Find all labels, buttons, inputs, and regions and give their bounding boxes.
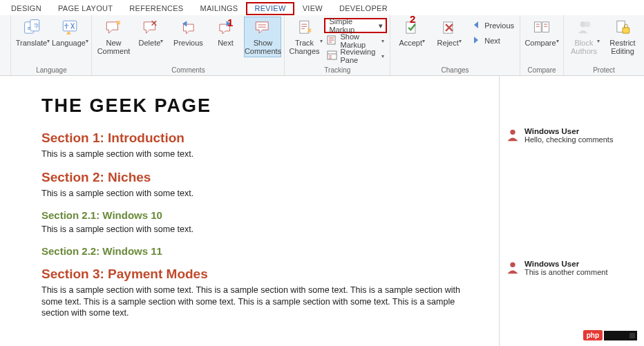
comment-item[interactable]: Windows User Hello, checking comments bbox=[500, 124, 644, 146]
tab-design[interactable]: DESIGN bbox=[3, 2, 50, 15]
language-label: Language bbox=[52, 39, 86, 47]
ribbon: 1 2 a字 Translate▾ Language▾ Language bbox=[0, 15, 644, 76]
accept-label: Accept bbox=[399, 39, 422, 47]
compare-icon bbox=[531, 18, 553, 37]
track-changes-icon bbox=[294, 18, 316, 37]
translate-button[interactable]: a字 Translate▾ bbox=[14, 17, 51, 57]
show-markup-icon bbox=[327, 35, 338, 47]
avatar-icon bbox=[505, 260, 520, 275]
reviewing-pane-button[interactable]: Reviewing Pane ▾ bbox=[324, 48, 388, 64]
reject-button[interactable]: Reject▾ bbox=[430, 17, 468, 57]
text-section-2-1: This is a sample section with some text. bbox=[41, 224, 464, 236]
tab-review[interactable]: REVIEW bbox=[246, 2, 294, 15]
markup-display-value: Simple Markup bbox=[330, 17, 361, 34]
svg-rect-7 bbox=[328, 51, 337, 59]
language-icon bbox=[59, 18, 81, 37]
group-tracking: Track Changes▾ Simple Markup ▾ Show Mark… bbox=[285, 15, 390, 75]
group-language-label: Language bbox=[14, 66, 88, 75]
block-authors-label: Block Authors bbox=[571, 39, 597, 55]
next-change-button[interactable]: Next bbox=[468, 33, 517, 48]
svg-rect-4 bbox=[64, 21, 77, 31]
new-comment-icon bbox=[102, 18, 124, 37]
tab-mailings[interactable]: MAILINGS bbox=[191, 2, 246, 15]
restrict-editing-icon bbox=[612, 18, 634, 37]
next-comment-button[interactable]: Next bbox=[207, 17, 244, 57]
new-comment-label: New Comment bbox=[97, 39, 131, 57]
group-comments: New Comment Delete▾ Previous Next bbox=[92, 15, 285, 75]
tab-view[interactable]: VIEW bbox=[294, 2, 331, 15]
comments-pane: Windows User Hello, checking comments Wi… bbox=[499, 76, 644, 346]
comment-item[interactable]: Windows User This is another comment bbox=[500, 257, 644, 279]
svg-text:字: 字 bbox=[34, 23, 39, 29]
ribbon-tabs: DESIGN PAGE LAYOUT REFERENCES MAILINGS R… bbox=[0, 0, 644, 15]
reviewing-pane-label: Reviewing Pane bbox=[341, 48, 378, 64]
reject-icon bbox=[438, 18, 460, 37]
svg-point-13 bbox=[585, 21, 590, 27]
svg-point-19 bbox=[510, 262, 515, 267]
group-changes-label: Changes bbox=[393, 66, 517, 75]
group-compare-label: Compare bbox=[523, 66, 560, 75]
translate-label: Translate bbox=[16, 39, 47, 47]
group-compare: Compare▾ Compare bbox=[520, 15, 564, 75]
group-comments-label: Comments bbox=[95, 66, 281, 75]
heading-section-3: Section 3: Payment Modes bbox=[41, 267, 464, 282]
restrict-editing-button[interactable]: Restrict Editing bbox=[604, 17, 641, 57]
group-protect-label: Protect bbox=[567, 66, 641, 75]
reject-label: Reject bbox=[437, 39, 459, 47]
workspace: THE GEEK PAGE Section 1: Introduction Th… bbox=[0, 76, 644, 346]
svg-point-17 bbox=[510, 130, 515, 135]
previous-change-label: Previous bbox=[484, 21, 514, 30]
svg-rect-15 bbox=[623, 28, 629, 33]
next-change-icon bbox=[471, 35, 482, 47]
text-section-2: This is a sample section with some text. bbox=[41, 188, 464, 200]
comment-text: This is another comment bbox=[524, 268, 607, 276]
tab-page-layout[interactable]: PAGE LAYOUT bbox=[50, 2, 121, 15]
previous-change-button[interactable]: Previous bbox=[468, 18, 517, 33]
previous-comment-icon bbox=[177, 18, 199, 37]
comment-user: Windows User bbox=[524, 127, 613, 135]
delete-comment-label: Delete bbox=[139, 39, 161, 47]
callout-1: 1 bbox=[227, 17, 233, 28]
translate-icon: a字 bbox=[21, 18, 44, 37]
heading-section-2-1: Section 2.1: Windows 10 bbox=[41, 209, 464, 221]
group-tracking-label: Tracking bbox=[287, 66, 387, 75]
track-changes-label: Track Changes bbox=[289, 39, 319, 55]
previous-comment-label: Previous bbox=[173, 39, 203, 57]
watermark-bar bbox=[604, 331, 637, 340]
restrict-editing-label: Restrict Editing bbox=[609, 39, 635, 57]
tab-developer[interactable]: DEVELOPER bbox=[331, 2, 396, 15]
group-protect: Block Authors▾ Restrict Editing Protect bbox=[564, 15, 644, 75]
comment-user: Windows User bbox=[524, 260, 607, 268]
show-markup-button[interactable]: Show Markup ▾ bbox=[324, 33, 388, 48]
page-title: THE GEEK PAGE bbox=[41, 95, 464, 117]
svg-rect-11 bbox=[542, 22, 549, 32]
heading-section-2: Section 2: Niches bbox=[41, 170, 464, 185]
heading-section-1: Section 1: Introduction bbox=[41, 131, 464, 146]
watermark-badge: php bbox=[583, 330, 603, 340]
next-comment-icon bbox=[214, 18, 236, 37]
document-area[interactable]: THE GEEK PAGE Section 1: Introduction Th… bbox=[0, 76, 499, 346]
avatar-icon bbox=[505, 127, 520, 142]
language-button[interactable]: Language▾ bbox=[51, 17, 88, 57]
delete-comment-button[interactable]: Delete▾ bbox=[132, 17, 169, 57]
show-comments-label: Show Comments bbox=[245, 39, 281, 57]
show-comments-icon bbox=[252, 18, 274, 37]
previous-comment-button[interactable]: Previous bbox=[169, 17, 207, 57]
block-authors-icon bbox=[574, 18, 596, 37]
comment-text: Hello, checking comments bbox=[524, 135, 613, 144]
block-authors-button: Block Authors▾ bbox=[567, 17, 604, 57]
compare-label: Compare bbox=[524, 39, 556, 47]
watermark: php bbox=[583, 330, 637, 340]
markup-display-select[interactable]: Simple Markup ▾ bbox=[324, 18, 388, 33]
delete-comment-icon bbox=[140, 18, 162, 37]
show-markup-label: Show Markup bbox=[341, 32, 378, 49]
track-changes-button[interactable]: Track Changes▾ bbox=[287, 17, 323, 57]
show-comments-button[interactable]: Show Comments bbox=[244, 17, 281, 57]
new-comment-button[interactable]: New Comment bbox=[95, 17, 132, 57]
compare-button[interactable]: Compare▾ bbox=[523, 17, 560, 57]
previous-change-icon bbox=[471, 19, 482, 32]
tab-references[interactable]: REFERENCES bbox=[121, 2, 191, 15]
reviewing-pane-icon bbox=[327, 50, 338, 62]
svg-text:a: a bbox=[28, 25, 31, 31]
chevron-down-icon: ▾ bbox=[379, 21, 383, 30]
